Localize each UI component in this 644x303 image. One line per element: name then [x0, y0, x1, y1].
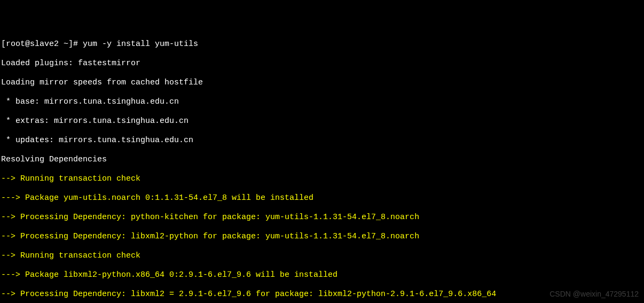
output-line: * base: mirrors.tuna.tsinghua.edu.cn	[1, 97, 643, 107]
output-line: Loaded plugins: fastestmirror	[1, 59, 643, 68]
watermark: CSDN @weixin_47295112	[549, 290, 639, 299]
output-line: * extras: mirrors.tuna.tsinghua.edu.cn	[1, 116, 643, 126]
dependency-line: --> Processing Dependency: libxml2-pytho…	[1, 232, 643, 242]
dependency-line: --> Running transaction check	[1, 174, 643, 184]
dependency-line: --> Running transaction check	[1, 251, 643, 261]
output-line: Loading mirror speeds from cached hostfi…	[1, 78, 643, 88]
dependency-line: ---> Package libxml2-python.x86_64 0:2.9…	[1, 270, 643, 280]
command-text[interactable]: yum -y install yum-utils	[83, 40, 198, 49]
dependency-line: --> Processing Dependency: libxml2 = 2.9…	[1, 290, 643, 299]
prompt-line: [root@slave2 ~]# yum -y install yum-util…	[1, 40, 643, 49]
output-line: * updates: mirrors.tuna.tsinghua.edu.cn	[1, 136, 643, 145]
dependency-line: ---> Package yum-utils.noarch 0:1.1.31-5…	[1, 193, 643, 203]
output-line: Resolving Dependencies	[1, 155, 643, 165]
dependency-line: --> Processing Dependency: python-kitche…	[1, 213, 643, 222]
shell-prompt: [root@slave2 ~]#	[1, 40, 83, 49]
